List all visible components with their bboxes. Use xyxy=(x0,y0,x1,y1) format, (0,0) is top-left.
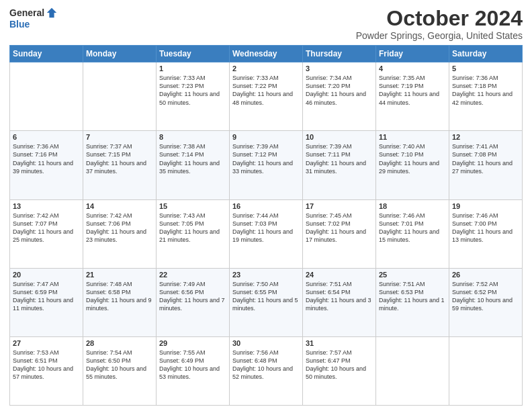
day-info: Sunrise: 7:46 AM Sunset: 7:01 PM Dayligh… xyxy=(379,212,446,244)
day-info: Sunrise: 7:45 AM Sunset: 7:02 PM Dayligh… xyxy=(306,212,373,244)
day-number: 1 xyxy=(159,64,226,73)
calendar-cell xyxy=(10,62,83,131)
day-info: Sunrise: 7:43 AM Sunset: 7:05 PM Dayligh… xyxy=(159,212,226,244)
day-info: Sunrise: 7:54 AM Sunset: 6:50 PM Dayligh… xyxy=(86,349,153,381)
calendar-cell: 2Sunrise: 7:33 AM Sunset: 7:22 PM Daylig… xyxy=(230,62,303,131)
calendar-cell: 25Sunrise: 7:51 AM Sunset: 6:53 PM Dayli… xyxy=(376,268,449,336)
calendar-cell: 24Sunrise: 7:51 AM Sunset: 6:54 PM Dayli… xyxy=(303,268,376,336)
calendar-cell: 26Sunrise: 7:52 AM Sunset: 6:52 PM Dayli… xyxy=(449,268,523,336)
day-number: 23 xyxy=(232,271,300,279)
day-info: Sunrise: 7:37 AM Sunset: 7:15 PM Dayligh… xyxy=(86,142,153,175)
day-number: 21 xyxy=(86,271,153,279)
day-info: Sunrise: 7:38 AM Sunset: 7:14 PM Dayligh… xyxy=(159,142,226,175)
day-number: 3 xyxy=(306,64,373,73)
day-number: 17 xyxy=(306,202,373,210)
calendar-cell: 23Sunrise: 7:50 AM Sunset: 6:55 PM Dayli… xyxy=(230,268,303,336)
calendar-cell: 14Sunrise: 7:42 AM Sunset: 7:06 PM Dayli… xyxy=(83,199,157,268)
day-number: 27 xyxy=(13,339,80,347)
day-header-saturday: Saturday xyxy=(449,46,523,62)
calendar-cell: 7Sunrise: 7:37 AM Sunset: 7:15 PM Daylig… xyxy=(83,131,157,199)
day-number: 31 xyxy=(306,339,373,347)
day-number: 18 xyxy=(379,202,446,210)
day-info: Sunrise: 7:33 AM Sunset: 7:22 PM Dayligh… xyxy=(232,74,300,107)
month-title: October 2024 xyxy=(356,7,523,30)
calendar-cell: 11Sunrise: 7:40 AM Sunset: 7:10 PM Dayli… xyxy=(376,131,449,199)
day-number: 10 xyxy=(306,133,373,141)
calendar-cell: 31Sunrise: 7:57 AM Sunset: 6:47 PM Dayli… xyxy=(303,336,376,405)
day-number: 28 xyxy=(86,339,153,347)
logo-icon xyxy=(46,7,58,19)
day-info: Sunrise: 7:36 AM Sunset: 7:18 PM Dayligh… xyxy=(452,74,519,107)
day-info: Sunrise: 7:41 AM Sunset: 7:08 PM Dayligh… xyxy=(452,142,519,175)
calendar-cell: 6Sunrise: 7:36 AM Sunset: 7:16 PM Daylig… xyxy=(10,131,83,199)
calendar-cell: 13Sunrise: 7:42 AM Sunset: 7:07 PM Dayli… xyxy=(10,199,83,268)
calendar-cell: 17Sunrise: 7:45 AM Sunset: 7:02 PM Dayli… xyxy=(303,199,376,268)
day-info: Sunrise: 7:50 AM Sunset: 6:55 PM Dayligh… xyxy=(232,280,300,313)
calendar-cell xyxy=(376,336,449,405)
calendar-cell: 10Sunrise: 7:39 AM Sunset: 7:11 PM Dayli… xyxy=(303,131,376,199)
day-number: 29 xyxy=(159,339,226,347)
calendar-cell: 29Sunrise: 7:55 AM Sunset: 6:49 PM Dayli… xyxy=(157,336,230,405)
day-info: Sunrise: 7:51 AM Sunset: 6:53 PM Dayligh… xyxy=(379,280,446,313)
day-number: 14 xyxy=(86,202,153,210)
day-number: 24 xyxy=(306,271,373,279)
day-number: 7 xyxy=(86,133,153,141)
logo: General Blue xyxy=(9,7,58,30)
calendar-cell: 4Sunrise: 7:35 AM Sunset: 7:19 PM Daylig… xyxy=(376,62,449,131)
header: General Blue October 2024 Powder Springs… xyxy=(9,7,523,41)
day-number: 22 xyxy=(159,271,226,279)
calendar-cell: 27Sunrise: 7:53 AM Sunset: 6:51 PM Dayli… xyxy=(10,336,83,405)
calendar-cell xyxy=(449,336,523,405)
calendar-cell: 22Sunrise: 7:49 AM Sunset: 6:56 PM Dayli… xyxy=(157,268,230,336)
day-number: 4 xyxy=(379,64,446,73)
day-header-monday: Monday xyxy=(83,46,157,62)
calendar-cell: 21Sunrise: 7:48 AM Sunset: 6:58 PM Dayli… xyxy=(83,268,157,336)
day-number: 25 xyxy=(379,271,446,279)
day-info: Sunrise: 7:42 AM Sunset: 7:07 PM Dayligh… xyxy=(13,212,80,244)
day-info: Sunrise: 7:47 AM Sunset: 6:59 PM Dayligh… xyxy=(13,280,80,313)
day-header-thursday: Thursday xyxy=(303,46,376,62)
day-info: Sunrise: 7:57 AM Sunset: 6:47 PM Dayligh… xyxy=(306,349,373,381)
calendar-cell: 16Sunrise: 7:44 AM Sunset: 7:03 PM Dayli… xyxy=(230,199,303,268)
calendar-table: SundayMondayTuesdayWednesdayThursdayFrid… xyxy=(9,45,523,406)
day-info: Sunrise: 7:48 AM Sunset: 6:58 PM Dayligh… xyxy=(86,280,153,313)
calendar-cell: 1Sunrise: 7:33 AM Sunset: 7:23 PM Daylig… xyxy=(157,62,230,131)
day-info: Sunrise: 7:35 AM Sunset: 7:19 PM Dayligh… xyxy=(379,74,446,107)
day-number: 15 xyxy=(159,202,226,210)
day-header-wednesday: Wednesday xyxy=(230,46,303,62)
day-info: Sunrise: 7:55 AM Sunset: 6:49 PM Dayligh… xyxy=(159,349,226,381)
day-info: Sunrise: 7:39 AM Sunset: 7:11 PM Dayligh… xyxy=(306,142,373,175)
day-header-friday: Friday xyxy=(376,46,449,62)
day-number: 30 xyxy=(232,339,300,347)
day-info: Sunrise: 7:39 AM Sunset: 7:12 PM Dayligh… xyxy=(232,142,300,175)
calendar-cell: 5Sunrise: 7:36 AM Sunset: 7:18 PM Daylig… xyxy=(449,62,523,131)
day-number: 20 xyxy=(13,271,80,279)
day-info: Sunrise: 7:51 AM Sunset: 6:54 PM Dayligh… xyxy=(306,280,373,313)
day-number: 2 xyxy=(232,64,300,73)
day-info: Sunrise: 7:53 AM Sunset: 6:51 PM Dayligh… xyxy=(13,349,80,381)
day-number: 16 xyxy=(232,202,300,210)
calendar-cell: 8Sunrise: 7:38 AM Sunset: 7:14 PM Daylig… xyxy=(157,131,230,199)
calendar-cell: 20Sunrise: 7:47 AM Sunset: 6:59 PM Dayli… xyxy=(10,268,83,336)
day-number: 11 xyxy=(379,133,446,141)
day-number: 19 xyxy=(452,202,519,210)
svg-marker-0 xyxy=(47,8,56,17)
location: Powder Springs, Georgia, United States xyxy=(356,30,523,41)
day-info: Sunrise: 7:36 AM Sunset: 7:16 PM Dayligh… xyxy=(13,142,80,175)
day-info: Sunrise: 7:42 AM Sunset: 7:06 PM Dayligh… xyxy=(86,212,153,244)
day-info: Sunrise: 7:40 AM Sunset: 7:10 PM Dayligh… xyxy=(379,142,446,175)
day-header-tuesday: Tuesday xyxy=(157,46,230,62)
calendar-cell: 12Sunrise: 7:41 AM Sunset: 7:08 PM Dayli… xyxy=(449,131,523,199)
day-info: Sunrise: 7:46 AM Sunset: 7:00 PM Dayligh… xyxy=(452,212,519,244)
day-number: 26 xyxy=(452,271,519,279)
day-number: 5 xyxy=(452,64,519,73)
calendar-cell xyxy=(83,62,157,131)
logo-general: General xyxy=(9,7,44,18)
calendar-cell: 9Sunrise: 7:39 AM Sunset: 7:12 PM Daylig… xyxy=(230,131,303,199)
calendar-cell: 18Sunrise: 7:46 AM Sunset: 7:01 PM Dayli… xyxy=(376,199,449,268)
logo-blue: Blue xyxy=(9,19,58,30)
day-info: Sunrise: 7:52 AM Sunset: 6:52 PM Dayligh… xyxy=(452,280,519,313)
day-number: 12 xyxy=(452,133,519,141)
title-section: October 2024 Powder Springs, Georgia, Un… xyxy=(356,7,523,41)
day-number: 9 xyxy=(232,133,300,141)
